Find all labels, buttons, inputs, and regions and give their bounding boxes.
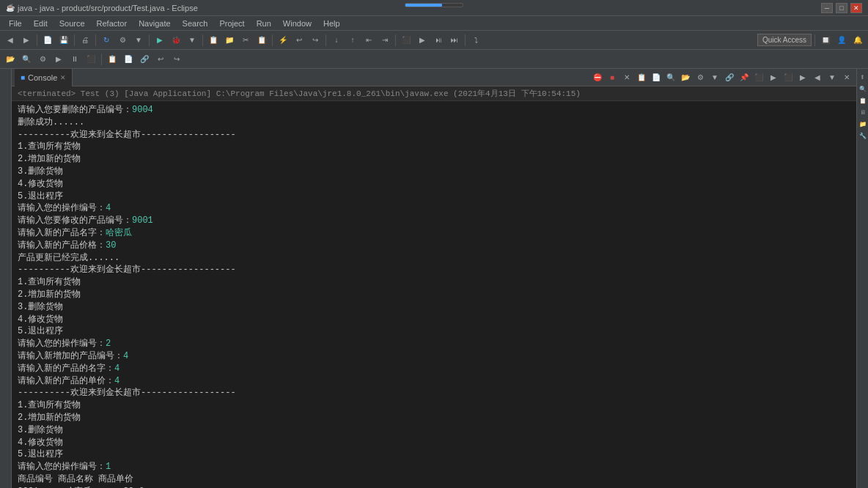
title-icon: ☕ — [6, 4, 15, 12]
sep-10 — [814, 34, 815, 46]
quick-access-button[interactable]: Quick Access — [757, 34, 812, 46]
toolbar-btn-l[interactable]: ⬛ — [399, 33, 413, 48]
console-btn-stop[interactable]: ■ — [606, 71, 619, 84]
run-arrow-btn[interactable]: ▼ — [185, 33, 199, 48]
maximize-button[interactable]: □ — [836, 3, 847, 13]
console-btn-close-view[interactable]: ✕ — [840, 71, 853, 84]
right-sidebar-btn-4[interactable]: 🖥 — [858, 107, 868, 117]
console-btn-g[interactable]: ▶ — [767, 71, 780, 84]
toolbar2-btn-a[interactable]: 📂 — [3, 52, 18, 67]
toolbar-btn-f[interactable]: ↩ — [292, 33, 306, 48]
console-line: ----------欢迎来到金长超市------------------ — [18, 129, 850, 141]
console-btn-a[interactable]: 📋 — [635, 71, 648, 84]
toolbar-btn-c[interactable]: ✂ — [238, 33, 253, 48]
toolbar-btn-p[interactable]: ⤵ — [468, 33, 483, 48]
refresh-button[interactable]: ↻ — [99, 33, 114, 48]
console-tab-close[interactable]: ✕ — [60, 74, 66, 81]
toolbar-btn-k[interactable]: ⇥ — [378, 33, 392, 48]
toolbar-btn-o[interactable]: ⏭ — [447, 33, 462, 48]
console-line: 3.删除货物 — [18, 301, 850, 314]
new-button[interactable]: 📄 — [40, 33, 55, 48]
sep-6 — [272, 34, 273, 46]
console-line: 2.增加新的货物 — [18, 289, 850, 301]
console-line: 删除成功...... — [18, 117, 850, 129]
console-btn-c[interactable]: 🔍 — [664, 71, 677, 84]
console-line: 请输入新的产品的名字：4 — [18, 363, 850, 375]
sep-7 — [326, 34, 326, 46]
console-line: 4.修改货物 — [18, 178, 850, 191]
print-button[interactable]: 🖨 — [78, 33, 92, 48]
back-button[interactable]: ◀ — [3, 33, 18, 48]
console-btn-next[interactable]: ▶ — [796, 71, 809, 84]
toolbar2-btn-k[interactable]: ↪ — [169, 52, 184, 67]
close-button[interactable]: ✕ — [850, 3, 862, 13]
toolbar-btn-g[interactable]: ↪ — [308, 33, 323, 48]
menu-project[interactable]: Project — [213, 16, 250, 31]
toolbar2-btn-g[interactable]: 📋 — [105, 52, 119, 67]
console-line: 请输入您的操作编号：1 — [18, 461, 850, 473]
toolbar-extra-1[interactable]: 🔲 — [818, 33, 833, 48]
toolbar-btn-m[interactable]: ▶ — [415, 33, 430, 48]
console-line: 3.删除货物 — [18, 424, 850, 437]
console-btn-pin[interactable]: 📌 — [738, 71, 751, 84]
console-line: 4.修改货物 — [18, 314, 850, 326]
toolbar2-btn-c[interactable]: ⚙ — [35, 52, 50, 67]
forward-button[interactable]: ▶ — [19, 33, 34, 48]
right-sidebar-btn-6[interactable]: 🔧 — [858, 130, 868, 141]
menu-source[interactable]: Source — [54, 16, 91, 31]
console-btn-clear[interactable]: ⛔ — [591, 71, 604, 84]
console-btn-chevron[interactable]: ▼ — [825, 71, 839, 84]
toolbar-btn-b[interactable]: 📁 — [222, 33, 237, 48]
console-btn-h[interactable]: ⬛ — [781, 71, 795, 84]
run-button[interactable]: ▶ — [152, 33, 167, 48]
toolbar-btn-n[interactable]: ⏯ — [431, 33, 446, 48]
toolbar-btn-e[interactable]: ⚡ — [276, 33, 290, 48]
toolbar-extra-3[interactable]: 🔔 — [850, 33, 865, 48]
menu-file[interactable]: File — [3, 16, 28, 31]
menu-help[interactable]: Help — [317, 16, 346, 31]
console-header: ■ Console ✕ ⛔ ■ ✕ 📋 📄 🔍 📂 ⚙ ▼ 🔗 — [12, 69, 856, 86]
content-area: ■ Console ✕ ⛔ ■ ✕ 📋 📄 🔍 📂 ⚙ ▼ 🔗 — [12, 69, 856, 488]
toolbar2-btn-h[interactable]: 📄 — [121, 52, 136, 67]
console-btn-f[interactable]: ▼ — [708, 71, 721, 84]
menu-window[interactable]: Window — [277, 16, 317, 31]
toolbar2-btn-j[interactable]: ↩ — [153, 52, 168, 67]
menu-edit[interactable]: Edit — [28, 16, 54, 31]
console-btn-d[interactable]: 📂 — [679, 71, 692, 84]
console-btn-e[interactable]: ⚙ — [694, 71, 707, 84]
toolbar2-btn-d[interactable]: ▶ — [51, 52, 66, 67]
right-sidebar-btn-3[interactable]: 📋 — [858, 95, 868, 106]
toolbar2-btn-i[interactable]: 🔗 — [137, 52, 152, 67]
console-btn-link[interactable]: 🔗 — [723, 71, 736, 84]
menu-refactor[interactable]: Refactor — [91, 16, 133, 31]
toolbar2-btn-e[interactable]: ⏸ — [67, 52, 82, 67]
gear-button[interactable]: ▼ — [131, 33, 146, 48]
save-button[interactable]: 💾 — [56, 33, 71, 48]
toolbar-btn-a[interactable]: 📋 — [206, 33, 221, 48]
toolbar-btn-d[interactable]: 📋 — [254, 33, 269, 48]
console-btn-maximize[interactable]: ⬛ — [752, 71, 765, 84]
right-sidebar-btn-2[interactable]: 🔍 — [858, 84, 868, 94]
console-tab-label: Console — [28, 73, 57, 82]
menu-run[interactable]: Run — [251, 16, 277, 31]
debug-button[interactable]: 🐞 — [169, 33, 183, 48]
console-btn-b[interactable]: 📄 — [650, 71, 663, 84]
search-button[interactable]: ⚙ — [115, 33, 130, 48]
toolbar2-btn-b[interactable]: 🔍 — [19, 52, 34, 67]
toolbar-btn-h[interactable]: ↓ — [329, 33, 344, 48]
console-output[interactable]: 请输入您要删除的产品编号：9004删除成功......----------欢迎来… — [12, 101, 856, 488]
console-btn-prev[interactable]: ◀ — [811, 71, 824, 84]
menu-navigate[interactable]: Navigate — [133, 16, 176, 31]
right-sidebar-btn-5[interactable]: 📁 — [858, 119, 868, 129]
toolbar2-btn-f[interactable]: ⬛ — [84, 52, 98, 67]
console-btn-remove[interactable]: ✕ — [620, 71, 633, 84]
toolbar-btn-j[interactable]: ⇤ — [361, 33, 376, 48]
minimize-button[interactable]: ─ — [821, 3, 833, 13]
right-sidebar-btn-1[interactable]: ⬆ — [858, 72, 868, 82]
menu-search[interactable]: Search — [177, 16, 214, 31]
toolbar-extra-2[interactable]: 👤 — [834, 33, 849, 48]
toolbar-btn-i[interactable]: ↑ — [345, 33, 360, 48]
console-panel: ■ Console ✕ ⛔ ■ ✕ 📋 📄 🔍 📂 ⚙ ▼ 🔗 — [12, 69, 856, 488]
console-tab[interactable]: ■ Console ✕ — [15, 69, 73, 86]
right-sidebar: ⬆ 🔍 📋 🖥 📁 🔧 — [856, 69, 868, 488]
